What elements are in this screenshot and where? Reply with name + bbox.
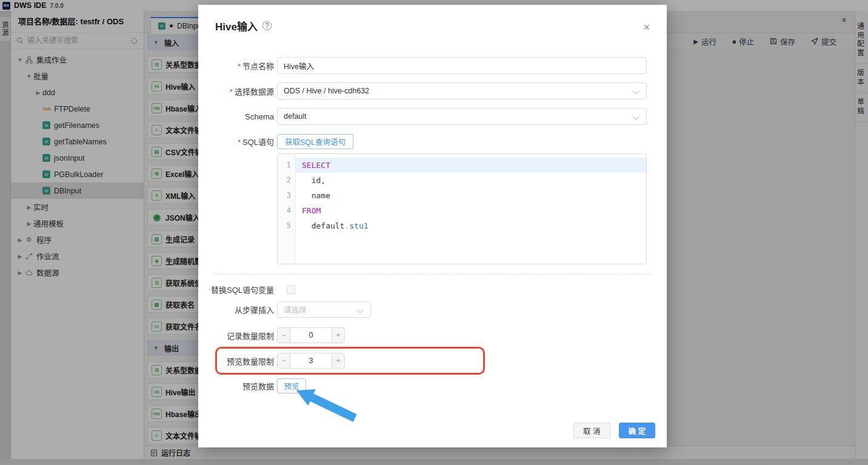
schema-row: Schema default (198, 108, 667, 125)
schema-value: default (284, 112, 307, 121)
replace-var-label: 替换SQL语句变量 (198, 284, 274, 295)
insert-step-row: 从步骤插入 请选择 (198, 301, 667, 318)
code-token: FROM (302, 206, 321, 215)
sql-label: SQL语句 (242, 138, 274, 147)
preview-limit-value[interactable]: 3 (290, 353, 332, 369)
code-line: name (296, 188, 646, 203)
line-number: 1 (278, 158, 295, 173)
code-line: default.stu1 (296, 218, 646, 233)
preview-button[interactable]: 预览 (277, 378, 306, 393)
record-limit-row: 记录数量限制 − 0 + (198, 327, 667, 343)
preview-data-label: 预览数据 (198, 380, 274, 392)
line-number: 2 (278, 173, 295, 188)
code-line: SELECT (296, 158, 646, 173)
code-token: name (302, 191, 330, 200)
code-token: id, (302, 176, 326, 185)
replace-var-checkbox[interactable] (287, 286, 295, 294)
section-divider (213, 274, 652, 275)
line-number-gutter: 12345 (278, 154, 296, 264)
node-name-row: *节点名称 (198, 57, 667, 74)
required-mark: * (238, 62, 241, 71)
datasource-select[interactable]: ODS / Hive / hive-cdh632 (277, 82, 647, 99)
datasource-value: ODS / Hive / hive-cdh632 (284, 87, 369, 95)
close-icon[interactable]: × (643, 22, 650, 33)
insert-step-label: 从步骤插入 (198, 304, 274, 315)
dialog-header: Hive输入 ? (198, 5, 667, 33)
sql-code[interactable]: SELECT id, nameFROM default.stu1 (296, 154, 646, 264)
schema-label: Schema (198, 112, 274, 121)
record-limit-value[interactable]: 0 (290, 327, 332, 343)
preview-limit-row: 预览数量限制 − 3 + (198, 353, 667, 369)
preview-data-row: 预览数据 预览 (198, 378, 667, 393)
preview-limit-label: 预览数量限制 (198, 355, 274, 367)
plus-button[interactable]: + (332, 353, 345, 369)
minus-button[interactable]: − (277, 327, 290, 343)
ok-button[interactable]: 确 定 (619, 423, 655, 438)
node-name-label: 节点名称 (242, 62, 274, 71)
datasource-label: 选择数据源 (235, 87, 274, 96)
schema-select[interactable]: default (277, 108, 647, 125)
record-limit-stepper: − 0 + (277, 327, 345, 343)
record-limit-label: 记录数量限制 (198, 330, 274, 341)
insert-step-placeholder: 请选择 (284, 304, 307, 315)
dialog-title: Hive输入 (215, 18, 258, 33)
node-name-input[interactable] (277, 57, 647, 74)
dialog-footer: 取 消 确 定 (573, 423, 655, 438)
required-mark: * (238, 138, 241, 147)
preview-limit-stepper: − 3 + (277, 353, 345, 369)
required-mark: * (230, 87, 233, 96)
code-token: stu1 (349, 221, 368, 230)
plus-button[interactable]: + (332, 327, 345, 343)
help-icon[interactable]: ? (262, 21, 272, 30)
code-token: SELECT (302, 161, 330, 170)
minus-button[interactable]: − (277, 353, 290, 369)
datasource-row: *选择数据源 ODS / Hive / hive-cdh632 (198, 82, 667, 99)
insert-step-select[interactable]: 请选择 (277, 301, 371, 318)
sql-row: *SQL语句 获取SQL查询语句 (198, 134, 667, 149)
replace-var-row: 替换SQL语句变量 (198, 284, 667, 295)
code-line: FROM (296, 203, 646, 218)
hive-input-dialog: Hive输入 ? × *节点名称 *选择数据源 ODS / Hive / hiv… (198, 5, 667, 447)
code-line: id, (296, 173, 646, 188)
code-token: default (302, 221, 344, 230)
get-sql-button[interactable]: 获取SQL查询语句 (277, 134, 353, 149)
line-number: 5 (278, 218, 295, 233)
cancel-button[interactable]: 取 消 (573, 423, 610, 438)
blue-arrow-annotation (294, 388, 357, 424)
line-number: 4 (278, 203, 295, 218)
line-number: 3 (278, 188, 295, 203)
sql-editor[interactable]: 12345 SELECT id, nameFROM default.stu1 (277, 153, 647, 264)
